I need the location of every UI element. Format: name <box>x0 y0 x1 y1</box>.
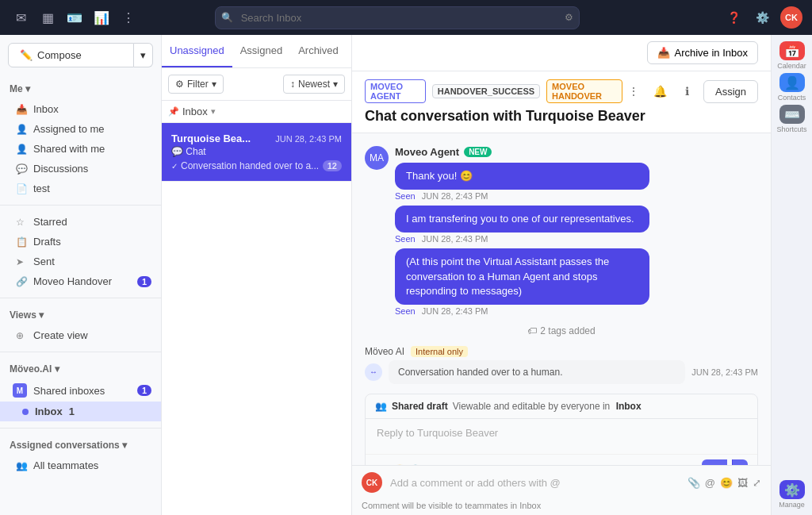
starred-label: Starred <box>33 216 67 228</box>
reply-input[interactable]: Reply to Turquoise Beaver <box>366 419 757 454</box>
send-dropdown[interactable]: ▾ <box>732 459 748 465</box>
inbox-dropdown-label: Inbox <box>182 106 208 117</box>
kebab-menu-icon[interactable]: ⋮ <box>622 80 645 102</box>
filter-button[interactable]: ⚙ Filter ▾ <box>168 75 224 94</box>
sidebar-item-starred[interactable]: ☆ Starred <box>0 212 161 232</box>
me-header[interactable]: Me ▾ <box>0 79 161 99</box>
right-sidebar-calendar[interactable]: 📅 Calendar <box>778 41 806 70</box>
comment-emoji-icon[interactable]: 😊 <box>720 477 733 489</box>
app-icon-more[interactable]: ⋮ <box>117 6 140 29</box>
shortcuts-icon: ⌨️ <box>779 105 805 124</box>
search-container: 🔍 ⚙ <box>215 6 580 29</box>
calendar-label: Calendar <box>777 62 806 70</box>
right-sidebar-contacts[interactable]: 👤 Contacts <box>778 73 806 102</box>
create-view-label: Create view <box>33 329 88 341</box>
message-bubble-3: (At this point the Virtual Assistant pas… <box>395 248 649 305</box>
conv-badge: 12 <box>323 160 342 171</box>
app-icon-contact[interactable]: 🪪 <box>63 6 86 29</box>
sidebar-item-discussions[interactable]: 💬 Discussions <box>0 159 161 179</box>
sidebar-item-moveo-handover[interactable]: 🔗 Moveo Handover 1 <box>0 271 161 291</box>
tags-added-indicator: 🏷 2 tags added <box>365 319 758 343</box>
manage-icon: ⚙️ <box>779 480 805 499</box>
right-sidebar-manage[interactable]: ⚙️ Manage <box>778 480 806 509</box>
search-input[interactable] <box>215 6 580 29</box>
moveo-ai-label: Möveo AI <box>365 346 404 357</box>
comment-image-icon[interactable]: 🖼 <box>737 477 748 489</box>
shared-inboxes-badge: 1 <box>137 385 151 396</box>
comment-input[interactable]: Add a comment or add others with @ <box>390 477 680 489</box>
tab-snoozed[interactable]: Snoozed <box>347 35 351 67</box>
inbox-dot-icon <box>22 409 29 415</box>
comment-mention-icon[interactable]: @ <box>705 477 715 489</box>
msg-time-2: JUN 28, 2:43 PM <box>422 234 488 244</box>
mute-icon[interactable]: 🔔 <box>649 80 672 102</box>
messages-list: Thank you! 😊 Seen JUN 28, 2:43 PM I am t… <box>395 163 758 316</box>
messages-area[interactable]: MA Moveo Agent NEW Thank you! 😊 Seen JUN… <box>352 133 771 465</box>
main-content: ✏️ Compose ▾ Me ▾ 📥 Inbox 👤 Assigned to … <box>0 35 812 515</box>
new-badge: NEW <box>464 147 492 157</box>
archive-button[interactable]: 📥 Archive in Inbox <box>647 41 759 64</box>
sidebar-item-all-teammates[interactable]: 👥 All teammates <box>0 455 161 475</box>
chat-title: Chat conversation with Turquoise Beaver <box>365 108 758 125</box>
app-icon-grid[interactable]: ▦ <box>36 6 59 29</box>
system-msg-time: JUN 28, 2:43 PM <box>691 367 758 377</box>
comment-area: CK Add a comment or add others with @ 📎 … <box>352 465 771 499</box>
comment-icons: 📎 @ 😊 🖼 ⤢ <box>688 477 761 489</box>
sort-button[interactable]: ↕ Newest ▾ <box>283 75 345 94</box>
sidebar-item-sent[interactable]: ➤ Sent <box>0 252 161 271</box>
right-sidebar-shortcuts[interactable]: ⌨️ Shortcuts <box>778 105 806 133</box>
sidebar-item-shared-inboxes[interactable]: M Shared inboxes 1 <box>0 379 161 402</box>
conv-item-name: Turquoise Bea... <box>171 133 251 144</box>
shared-draft-inbox: Inbox <box>616 401 642 412</box>
topbar-right: ❓ ⚙️ CK <box>723 6 802 29</box>
reply-toolbar-right: ✓ "Enter" to send ➤ ▾ <box>619 459 748 465</box>
filter-icon: ⚙ <box>175 79 184 90</box>
sent-label: Sent <box>33 256 55 267</box>
tab-assigned[interactable]: Assigned <box>232 35 290 67</box>
divider-4 <box>0 428 161 429</box>
sent-icon: ➤ <box>16 256 27 267</box>
assigned-conversations-header[interactable]: Assigned conversations ▾ <box>0 435 161 455</box>
assign-button[interactable]: Assign <box>703 80 758 103</box>
views-header[interactable]: Views ▾ <box>0 305 161 325</box>
test-label: test <box>33 183 50 194</box>
tab-archived[interactable]: Archived <box>290 35 347 67</box>
sidebar-inbox-item[interactable]: Inbox 1 <box>0 402 161 421</box>
app-icon-chart[interactable]: 📊 <box>90 6 113 29</box>
sidebar-item-create-view[interactable]: ⊕ Create view <box>0 325 161 345</box>
inbox-item-label: Inbox <box>35 405 63 417</box>
inbox-selector[interactable]: 📌 Inbox ▾ <box>162 101 351 123</box>
help-icon[interactable]: ❓ <box>723 6 745 29</box>
sidebar-item-test[interactable]: 📄 test <box>0 179 161 198</box>
tab-unassigned[interactable]: Unassigned <box>162 35 232 67</box>
comment-expand-icon[interactable]: ⤢ <box>753 477 761 489</box>
user-avatar[interactable]: CK <box>780 6 802 29</box>
tag-moveo-handover[interactable]: MOVEO HANDOVER <box>546 79 622 103</box>
filter-icon[interactable]: ⚙ <box>565 12 573 23</box>
comment-attach-icon[interactable]: 📎 <box>688 477 700 489</box>
tag-handover-success[interactable]: HANDOVER_SUCCESS <box>432 84 540 98</box>
sidebar-item-assigned-to-me[interactable]: 👤 Assigned to me <box>0 119 161 139</box>
settings-icon[interactable]: ⚙️ <box>752 6 774 29</box>
manage-label: Manage <box>779 501 805 509</box>
right-sidebar: 📅 Calendar 👤 Contacts ⌨️ Shortcuts ⚙️ Ma… <box>771 35 812 515</box>
check-icon: ✓ <box>171 162 178 171</box>
sidebar-item-drafts[interactable]: 📋 Drafts <box>0 232 161 252</box>
send-button[interactable]: ➤ <box>702 459 727 465</box>
compose-button[interactable]: ✏️ Compose <box>8 43 134 67</box>
transfer-icon: ↔ <box>365 363 382 381</box>
moveo-ai-section: Möveo.AI ▾ M Shared inboxes 1 Inbox 1 <box>0 356 161 425</box>
tag-moveo-agent[interactable]: MOVEO AGENT <box>365 79 426 103</box>
compose-dropdown[interactable]: ▾ <box>134 43 153 67</box>
tag-icon: 🏷 <box>527 325 537 336</box>
shared-draft-info: Viewable and editable by everyone in Inb… <box>453 401 642 412</box>
sidebar-item-inbox[interactable]: 📥 Inbox <box>0 99 161 119</box>
moveo-ai-label-row: Möveo AI Internal only <box>365 346 758 357</box>
left-sidebar: ✏️ Compose ▾ Me ▾ 📥 Inbox 👤 Assigned to … <box>0 35 162 515</box>
info-icon[interactable]: ℹ <box>676 80 699 102</box>
moveo-ai-header[interactable]: Möveo.AI ▾ <box>0 359 161 379</box>
topbar-icons: ✉ ▦ 🪪 📊 ⋮ <box>10 6 140 29</box>
app-icon-inbox[interactable]: ✉ <box>10 6 32 29</box>
conversation-item[interactable]: Turquoise Bea... JUN 28, 2:43 PM 💬 Chat … <box>162 123 351 182</box>
sidebar-item-shared-with-me[interactable]: 👤 Shared with me <box>0 139 161 159</box>
